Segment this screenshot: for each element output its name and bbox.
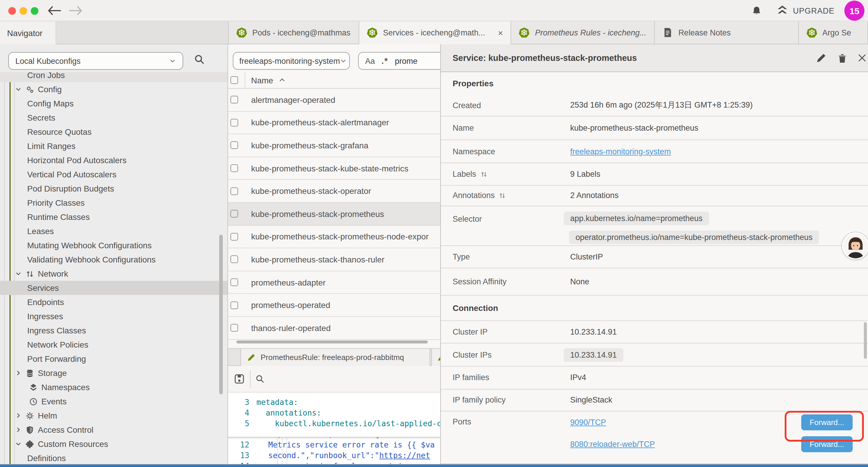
- sidebar-search-icon[interactable]: [194, 54, 205, 65]
- sidebar-item[interactable]: Services: [0, 281, 227, 295]
- chevron-icon[interactable]: [15, 270, 22, 277]
- table-row[interactable]: kube-prometheus-stack-prometheus-node-ex…: [228, 226, 440, 248]
- sidebar-item[interactable]: Leases: [0, 224, 227, 238]
- sidebar-item[interactable]: Helm: [0, 408, 227, 423]
- notification-count-badge[interactable]: 15: [844, 1, 864, 21]
- sidebar-item[interactable]: Custom Resources: [0, 437, 227, 451]
- kubeconfig-selector[interactable]: Local Kubeconfigs: [8, 52, 183, 70]
- table-row[interactable]: kube-prometheus-stack-prometheus: [228, 203, 440, 226]
- close-drawer-icon[interactable]: [857, 53, 867, 63]
- app-tab[interactable]: Argo Se: [799, 21, 868, 44]
- sidebar-scrollbar[interactable]: [219, 235, 223, 394]
- sidebar-item[interactable]: Namespaces: [0, 380, 227, 394]
- forward-arrow-icon[interactable]: [67, 5, 83, 16]
- app-tab[interactable]: Release Notes: [655, 21, 799, 44]
- row-checkbox[interactable]: [230, 301, 238, 309]
- row-checkbox[interactable]: [230, 187, 238, 195]
- row-checkbox[interactable]: [230, 142, 238, 149]
- sidebar-item[interactable]: Events: [0, 394, 227, 408]
- navigator-panel-tab[interactable]: Navigator: [0, 21, 56, 44]
- sidebar-item[interactable]: Config: [0, 82, 227, 96]
- tab-close-icon[interactable]: ×: [498, 28, 503, 37]
- row-checkbox[interactable]: [230, 164, 238, 172]
- sidebar-item[interactable]: Endpoints: [0, 295, 227, 309]
- edit-pencil-icon[interactable]: [816, 53, 826, 63]
- sidebar-item[interactable]: Limit Ranges: [0, 139, 227, 153]
- sidebar-item[interactable]: Config Maps: [0, 96, 227, 111]
- horizontal-scrollbar[interactable]: [236, 341, 428, 344]
- sidebar-item[interactable]: Port Forwarding: [0, 352, 227, 366]
- row-checkbox[interactable]: [230, 256, 238, 263]
- drawer-scrollbar[interactable]: [864, 322, 867, 359]
- sidebar-item[interactable]: Network Policies: [0, 338, 227, 352]
- app-tab[interactable]: Pods - icecheng@mathmas...: [229, 21, 360, 44]
- annotations-value[interactable]: 2 Annotations: [570, 191, 619, 200]
- port-8080-link[interactable]: 8080:reloader-web/TCP: [570, 440, 655, 449]
- sidebar-item[interactable]: Ingresses: [0, 309, 227, 323]
- notifications-bell-icon[interactable]: [752, 5, 762, 17]
- resource-search-input[interactable]: Aa .* prome: [358, 52, 440, 70]
- sidebar-item[interactable]: Secrets: [0, 111, 227, 125]
- match-case-icon[interactable]: Aa: [365, 56, 375, 65]
- sidebar-item[interactable]: Validating Webhook Configurations: [0, 253, 227, 267]
- table-row[interactable]: alertmanager-operated: [228, 89, 440, 111]
- table-row[interactable]: kube-prometheus-stack-grafana: [228, 134, 440, 157]
- sidebar-item[interactable]: Cron Jobs: [0, 72, 227, 82]
- sort-ascending-icon[interactable]: [279, 76, 286, 84]
- row-checkbox[interactable]: [230, 96, 238, 104]
- table-row[interactable]: prometheus-operated: [228, 294, 440, 317]
- chevron-icon[interactable]: [15, 412, 22, 419]
- sidebar-item[interactable]: Runtime Classes: [0, 210, 227, 224]
- row-checkbox[interactable]: [230, 210, 238, 218]
- row-checkbox[interactable]: [230, 324, 238, 332]
- traffic-light-zoom-icon[interactable]: [31, 7, 38, 14]
- row-checkbox[interactable]: [230, 233, 238, 241]
- editor-search-icon[interactable]: [255, 374, 265, 384]
- sidebar-item[interactable]: Vertical Pod Autoscalers: [0, 167, 227, 181]
- row-checkbox[interactable]: [230, 119, 238, 126]
- user-avatar[interactable]: [842, 232, 868, 260]
- editor-tab[interactable]: PrometheusRule: freeleaps-prod-rabbitmq: [241, 349, 430, 366]
- chevron-icon[interactable]: [15, 440, 22, 447]
- port-9090-link[interactable]: 9090/TCP: [570, 418, 606, 427]
- sidebar-item[interactable]: Horizontal Pod Autoscalers: [0, 153, 227, 167]
- back-arrow-icon[interactable]: [47, 5, 63, 16]
- save-icon[interactable]: [234, 374, 245, 384]
- name-column-header[interactable]: Name: [251, 76, 273, 85]
- chevron-icon[interactable]: [15, 426, 22, 433]
- traffic-light-close-icon[interactable]: [8, 7, 16, 14]
- upgrade-button[interactable]: UPGRADE: [776, 5, 835, 17]
- table-row[interactable]: kube-prometheus-stack-operator: [228, 180, 440, 203]
- runbook-url-link[interactable]: https://net: [379, 451, 430, 460]
- table-row[interactable]: kube-prometheus-stack-thanos-ruler: [228, 248, 440, 271]
- sidebar-item[interactable]: Definitions: [0, 451, 227, 464]
- sort-updown-icon[interactable]: [499, 192, 506, 199]
- yaml-editor[interactable]: 110","for":"1m","labels":{"service":"f 1…: [228, 437, 440, 464]
- sidebar-item[interactable]: Resource Quotas: [0, 125, 227, 139]
- traffic-light-minimize-icon[interactable]: [20, 7, 27, 14]
- chevron-icon[interactable]: [15, 86, 22, 93]
- table-row[interactable]: thanos-ruler-operated: [228, 317, 440, 340]
- sort-updown-icon[interactable]: [480, 171, 488, 178]
- table-row[interactable]: prometheus-adapter: [228, 271, 440, 294]
- editor-tab-partial[interactable]: [431, 349, 440, 366]
- labels-value[interactable]: 9 Labels: [570, 170, 600, 178]
- sidebar-item[interactable]: Network: [0, 267, 227, 281]
- app-tab[interactable]: Services - icecheng@math... ×: [360, 21, 512, 44]
- delete-trash-icon[interactable]: [837, 53, 847, 63]
- sidebar-item[interactable]: Storage: [0, 366, 227, 380]
- sidebar-item[interactable]: Ingress Classes: [0, 323, 227, 338]
- table-row[interactable]: kube-prometheus-stack-kube-state-metrics: [228, 157, 440, 180]
- namespace-link[interactable]: freeleaps-monitoring-system: [570, 147, 671, 156]
- app-tab[interactable]: Prometheus Rules - icecheng...: [512, 21, 655, 44]
- sidebar-item[interactable]: Pod Disruption Budgets: [0, 181, 227, 196]
- sidebar-item[interactable]: Mutating Webhook Configurations: [0, 238, 227, 253]
- select-all-checkbox[interactable]: [230, 76, 238, 84]
- table-row[interactable]: kube-prometheus-stack-alertmanager: [228, 111, 440, 134]
- namespace-filter-select[interactable]: freeleaps-monitoring-system: [233, 52, 350, 70]
- regex-icon[interactable]: .*: [381, 56, 388, 66]
- row-checkbox[interactable]: [230, 279, 238, 286]
- sidebar-item[interactable]: Access Control: [0, 423, 227, 437]
- chevron-icon[interactable]: [15, 370, 22, 377]
- sidebar-item[interactable]: Priority Classes: [0, 196, 227, 210]
